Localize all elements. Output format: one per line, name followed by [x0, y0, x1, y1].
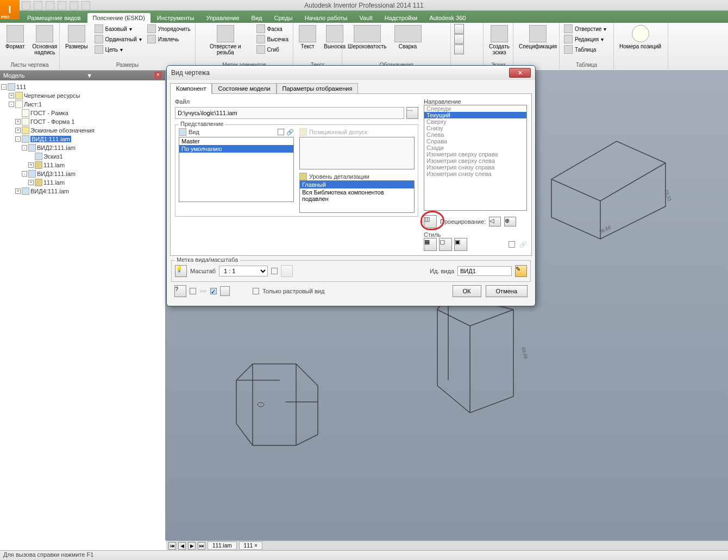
style-link-icon[interactable]: 🔗 — [519, 241, 527, 248]
tree-view1[interactable]: ВИД1:111.iam — [30, 136, 71, 142]
detail-level-list[interactable]: Главный Вся Библиотека компонентов подав… — [299, 180, 415, 213]
raster-label: Только растровый вид — [262, 288, 324, 294]
chain-button[interactable]: Цепь ▾ — [93, 45, 143, 54]
qat-new-icon[interactable] — [22, 1, 30, 10]
cancel-button[interactable]: Отмена — [486, 285, 528, 297]
chamfer-button[interactable]: Фаска — [255, 24, 290, 34]
scale-light-icon[interactable]: 💡 — [175, 265, 187, 277]
hole-table-button[interactable]: Отверстие ▾ — [563, 24, 607, 34]
group-sheets-label: Листы чертежа — [3, 61, 56, 69]
style-hidden-button[interactable]: ▦ — [424, 238, 437, 251]
surface-button[interactable]: Шероховатость — [346, 24, 389, 51]
doc-tab-2[interactable]: 111 × — [239, 542, 262, 550]
browser-dropdown-icon[interactable]: ▼ — [86, 72, 92, 79]
projection-third-angle-button[interactable]: ⊕ — [504, 217, 516, 226]
tab-model-state[interactable]: Состояние модели — [212, 83, 276, 94]
hole-thread-button[interactable]: Отверстие и резьба — [199, 24, 252, 56]
ribbon-tabs: Размещение видов Пояснение (ESKD) Инстру… — [0, 11, 728, 23]
tab-manage[interactable]: Управление — [200, 13, 244, 23]
ordinate-button[interactable]: Ординатный ▾ — [93, 34, 143, 44]
punch-button[interactable]: Высечка — [255, 34, 290, 44]
tab-vault[interactable]: Vault — [354, 13, 378, 23]
scale-group-label: Метка вида/масштаба — [175, 256, 240, 263]
dialog-title: Вид чертежа — [171, 69, 210, 77]
create-sketch-button[interactable]: Создать эскиз — [487, 24, 512, 56]
view-check-icon[interactable] — [278, 129, 284, 135]
revision-button[interactable]: Редакция ▾ — [563, 34, 607, 44]
tab-component[interactable]: Компонент — [170, 83, 212, 94]
projection-first-angle-button[interactable]: ◁ — [489, 217, 501, 226]
viewid-input[interactable] — [457, 266, 512, 276]
app-menu-icon[interactable]: I PRO — [0, 0, 20, 20]
dialog-close-button[interactable]: ✕ — [509, 68, 531, 78]
sym3-icon[interactable] — [454, 45, 464, 54]
titleblock-button[interactable]: Основная надпись — [30, 24, 60, 56]
table-button[interactable]: Таблица — [563, 45, 607, 54]
help-button[interactable]: ? — [174, 285, 186, 297]
view-link-icon[interactable]: 🔗 — [286, 129, 294, 136]
svg-point-0 — [258, 402, 264, 407]
balloon-button[interactable]: Номера позиций — [617, 24, 663, 51]
file-path-input[interactable] — [175, 107, 404, 119]
text-button[interactable]: Текст — [297, 24, 318, 51]
sym1-icon[interactable] — [454, 24, 464, 34]
model-tree[interactable]: -111 +Чертежные ресурсы -Лист:1 ГОСТ - Р… — [0, 80, 165, 198]
tab-place-views[interactable]: Размещение видов — [22, 13, 86, 23]
scale-check1[interactable] — [271, 268, 278, 274]
qat-print-icon[interactable] — [81, 1, 90, 10]
retrieve-button[interactable]: Извлечь — [146, 34, 192, 44]
partslist-button[interactable]: Спецификация — [517, 24, 559, 51]
title-bar: Autodesk Inventor Professional 2014 111 — [0, 0, 728, 11]
arrange-button[interactable]: Упорядочить — [146, 24, 192, 34]
view-representation-list[interactable]: Master По умолчанию — [179, 137, 294, 202]
scale-opt-icon[interactable] — [281, 265, 293, 277]
sym2-icon[interactable] — [454, 34, 464, 44]
file-label: Файл — [175, 98, 418, 105]
scale-combo[interactable]: 1 : 1 — [219, 266, 268, 276]
qat-save-icon[interactable] — [46, 1, 54, 10]
weld-button[interactable]: Сварка — [392, 24, 424, 51]
browser-close-icon[interactable]: × — [154, 72, 162, 79]
opt-grid-icon[interactable] — [220, 286, 230, 296]
qat-undo-icon[interactable] — [58, 1, 66, 10]
opt-check1[interactable] — [190, 288, 196, 294]
tab-nav-first-icon[interactable]: ⏮ — [168, 542, 176, 550]
qat-redo-icon[interactable] — [70, 1, 78, 10]
tab-nav-prev-icon[interactable]: ◀ — [178, 542, 186, 550]
tab-addins[interactable]: Надстройки — [379, 13, 423, 23]
viewid-edit-button[interactable]: ✎ — [515, 265, 527, 277]
window-title: Autodesk Inventor Professional 2014 111 — [304, 2, 423, 9]
tab-environments[interactable]: Среды — [269, 13, 298, 23]
tab-display-options[interactable]: Параметры отображения — [277, 83, 359, 94]
representation-label: Представление — [179, 121, 225, 127]
drawing-view-dialog: Вид чертежа ✕ Компонент Состояние модели… — [166, 65, 536, 306]
style-shaded-button[interactable]: ▣ — [454, 238, 467, 251]
bend-button[interactable]: Сгиб — [255, 45, 290, 54]
tab-nav-last-icon[interactable]: ⏭ — [198, 542, 205, 550]
dimensions-button[interactable]: Размеры — [63, 24, 90, 51]
file-browse-button[interactable]: ⋯ — [406, 107, 418, 119]
scale-label: Масштаб — [190, 268, 216, 274]
tab-get-started[interactable]: Начало работы — [299, 13, 353, 23]
style-check-icon[interactable] — [509, 241, 515, 248]
glasses-icon[interactable]: 👓 — [199, 288, 207, 295]
ok-button[interactable]: ОК — [453, 285, 481, 297]
style-nohidden-button[interactable]: ▢ — [439, 238, 452, 251]
tab-tools[interactable]: Инструменты — [152, 13, 200, 23]
browser-title: Модель — [3, 72, 24, 79]
raster-checkbox[interactable] — [253, 288, 259, 294]
doc-tab-1[interactable]: 111.iam — [208, 542, 237, 550]
baseline-button[interactable]: Базовый ▾ — [93, 24, 143, 34]
opt-check2[interactable]: ✓ — [210, 288, 217, 294]
tab-annotation-eskd[interactable]: Пояснение (ESKD) — [87, 13, 150, 23]
viewid-label: Ид. вида — [430, 268, 454, 274]
tab-view[interactable]: Вид — [246, 13, 268, 23]
qat-open-icon[interactable] — [34, 1, 42, 10]
ribbon: Формат Основная надпись Листы чертежа Ра… — [0, 23, 728, 71]
tab-nav-next-icon[interactable]: ▶ — [188, 542, 196, 550]
format-button[interactable]: Формат — [3, 24, 27, 51]
direction-list[interactable]: Спереди Текущий Сверху Снизу Слева Справ… — [424, 105, 527, 211]
view-cube-button[interactable]: ◫ — [424, 215, 437, 228]
tab-autodesk360[interactable]: Autodesk 360 — [424, 13, 471, 23]
expand-icon[interactable]: - — [1, 84, 7, 90]
